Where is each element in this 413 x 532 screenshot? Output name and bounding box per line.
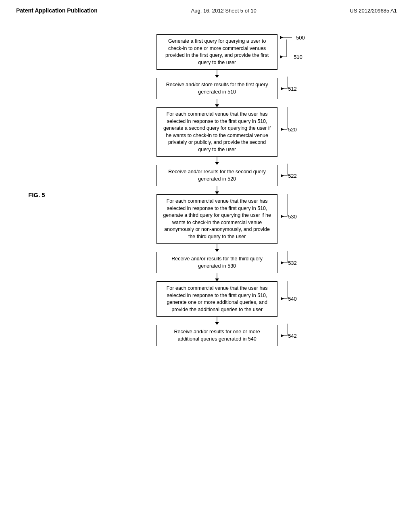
node-510-row: Generate a first query for querying a us… <box>156 34 305 70</box>
svg-marker-10 <box>281 128 284 131</box>
box-512: Receive and/or store results for the fir… <box>156 78 277 99</box>
node-522-row: Receive and/or results for the second qu… <box>156 165 299 186</box>
label-500: 500 <box>280 34 305 41</box>
label-522: 522 <box>281 170 299 182</box>
box-540: For each commercial venue that the user … <box>156 281 277 317</box>
page-header: Patent Application Publication Aug. 16, … <box>0 0 413 18</box>
box-532: Receive and/or results for the third que… <box>156 252 277 273</box>
arrow-512-520 <box>156 99 277 107</box>
label-510: 510 <box>280 54 302 60</box>
fig-label: FIG. 5 <box>28 191 45 198</box>
node-542-row: Receive and/or results for one or more a… <box>156 325 299 346</box>
svg-marker-4 <box>280 55 283 58</box>
node-540-row: For each commercial venue that the user … <box>156 281 299 317</box>
label-540: 540 <box>281 293 299 305</box>
node-512-row: Receive and/or store results for the fir… <box>156 78 299 99</box>
label-530: 530 <box>281 210 299 222</box>
arrow-510-512 <box>156 70 277 78</box>
header-publication: Patent Application Publication <box>16 7 98 14</box>
box-542: Receive and/or results for one or more a… <box>156 325 277 346</box>
node-520-row: For each commercial venue that the user … <box>156 107 299 157</box>
box-530: For each commercial venue that the user … <box>156 194 277 244</box>
box-510: Generate a first query for querying a us… <box>156 34 277 70</box>
label-532: 532 <box>281 257 299 269</box>
arrow-522-530 <box>156 186 277 194</box>
arrow-530-532 <box>156 244 277 252</box>
node-532-row: Receive and/or results for the third que… <box>156 252 299 273</box>
label-512: 512 <box>281 83 299 95</box>
page-content: FIG. 5 Generate a first query for queryi… <box>0 18 413 358</box>
label-510-area: 500 510 <box>280 34 305 60</box>
header-patent-number: US 2012/209685 A1 <box>350 8 397 14</box>
svg-marker-7 <box>281 87 284 90</box>
node-530-row: For each commercial venue that the user … <box>156 194 299 244</box>
label-520: 520 <box>281 123 299 135</box>
arrow-540-542 <box>156 317 277 325</box>
svg-marker-22 <box>281 297 284 300</box>
arrow-532-540 <box>156 273 277 281</box>
box-520: For each commercial venue that the user … <box>156 107 277 157</box>
header-date-sheet: Aug. 16, 2012 Sheet 5 of 10 <box>191 8 257 14</box>
svg-marker-1 <box>280 36 283 39</box>
label-542: 542 <box>281 330 299 342</box>
svg-marker-16 <box>281 215 284 218</box>
box-522: Receive and/or results for the second qu… <box>156 165 277 186</box>
svg-marker-19 <box>281 261 284 264</box>
svg-marker-25 <box>281 334 284 337</box>
svg-marker-13 <box>281 174 284 177</box>
arrow-520-522 <box>156 157 277 165</box>
